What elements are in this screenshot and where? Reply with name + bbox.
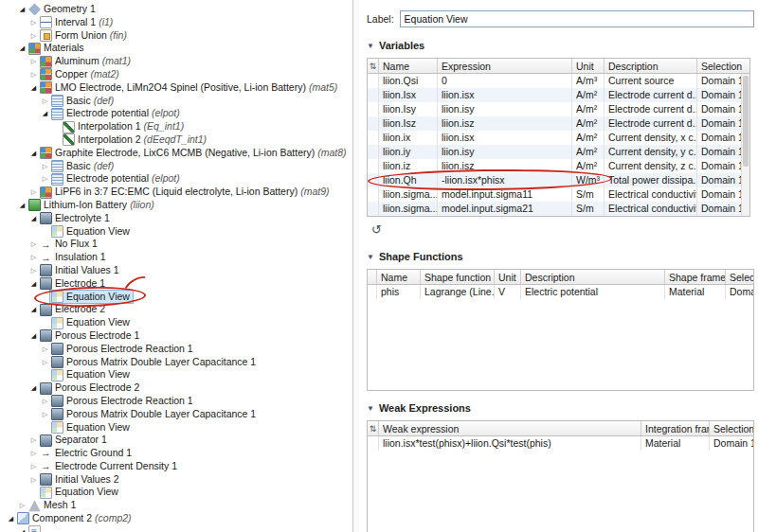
table-row[interactable]: liion.iyliion.isyA/m²Current density, y … — [368, 145, 749, 159]
weak-expressions-section-header[interactable]: ▼ Weak Expressions — [367, 399, 754, 417]
tree-item[interactable]: Interpolation 2(dEeqdT_int1) — [0, 133, 352, 147]
column-header[interactable]: Weak expression — [379, 421, 641, 435]
collapse-arrow-icon[interactable]: ◢ — [28, 381, 39, 395]
tree-item[interactable]: Equation View — [0, 421, 352, 434]
table-row[interactable]: liion.ixliion.isxA/m²Current density, x … — [368, 131, 749, 145]
collapse-triangle-icon[interactable]: ▼ — [367, 404, 374, 413]
table-row[interactable]: liion.Qsi0A/m³Current sourceDomain 1 — [368, 74, 749, 88]
column-header[interactable]: Unit — [572, 59, 605, 73]
tree-item[interactable]: ▷→No Flux 1 — [0, 238, 352, 251]
collapse-arrow-icon[interactable]: ◢ — [17, 199, 27, 212]
tree-item[interactable]: ◢ — [0, 525, 352, 532]
expand-arrow-icon[interactable]: ▷ — [28, 447, 39, 460]
tree-item[interactable]: ◢Graphite Electrode, LixC6 MCMB (Negativ… — [0, 147, 352, 160]
tree-item[interactable]: Interpolation 1(Eq_int1) — [0, 120, 352, 133]
expand-arrow-icon[interactable]: ▷ — [28, 473, 39, 487]
collapse-arrow-icon[interactable]: ◢ — [28, 329, 39, 343]
tree-item[interactable]: ▷→Electric Ground 1 — [0, 447, 352, 460]
tree-item[interactable]: ◢Porous Electrode 1 — [0, 329, 352, 343]
table-row[interactable]: liion.isx*test(phisx)+liion.Qsi*test(phi… — [368, 436, 753, 451]
tree-item[interactable]: ▷LiPF6 in 3:7 EC:EMC (Liquid electrolyte… — [0, 186, 352, 199]
expand-arrow-icon[interactable]: ▷ — [28, 68, 39, 81]
tree-item[interactable]: ◢Geometry 1 — [0, 3, 352, 16]
tree-item[interactable]: ◢Electrode 2 — [0, 303, 352, 316]
column-header[interactable]: Unit — [495, 270, 521, 284]
tree-item[interactable]: ▷Initial Values 1 — [0, 264, 352, 277]
tree-item[interactable]: ◢Electrode 1 — [0, 277, 352, 291]
expand-arrow-icon[interactable]: ▷ — [28, 251, 39, 264]
column-header[interactable]: Description — [521, 270, 665, 284]
tree-item[interactable]: ▷Aluminum(mat1) — [0, 55, 352, 68]
tree-item[interactable]: Equation View — [0, 291, 352, 304]
collapse-arrow-icon[interactable]: ◢ — [40, 107, 50, 120]
tree-item[interactable]: ▷Basic(def) — [0, 160, 352, 173]
tree-item[interactable]: ▷Electrode potential(elpot) — [0, 172, 352, 186]
table-row[interactable]: phisLagrange (Line...VElectric potential… — [368, 285, 753, 299]
tree-item[interactable]: ▷Porous Electrode Reaction 1 — [0, 395, 352, 408]
table-scrollbar[interactable] — [741, 74, 749, 216]
tree-item[interactable]: Equation View — [0, 225, 352, 239]
column-header[interactable]: Integration frame — [641, 421, 710, 435]
expand-arrow-icon[interactable]: ▷ — [28, 16, 39, 29]
collapse-arrow-icon[interactable]: ◢ — [17, 42, 27, 55]
expand-arrow-icon[interactable]: ▷ — [40, 95, 50, 108]
tree-item[interactable]: ▷Mesh 1 — [0, 499, 352, 512]
column-header[interactable]: Selection — [726, 270, 754, 284]
collapse-arrow-icon[interactable]: ◢ — [17, 525, 27, 532]
tree-item[interactable]: ▷Porous Matrix Double Layer Capacitance … — [0, 408, 352, 421]
expand-arrow-icon[interactable]: ▷ — [40, 395, 50, 408]
column-header[interactable]: Name — [379, 59, 438, 73]
expand-arrow-icon[interactable]: ▷ — [40, 343, 50, 356]
tree-item[interactable]: ◢Materials — [0, 42, 352, 55]
column-header[interactable]: Expression — [438, 59, 572, 73]
table-row[interactable]: liion.izliion.iszA/m²Current density, z … — [368, 159, 749, 173]
tree-item[interactable]: ▷Interval 1(i1) — [0, 16, 352, 29]
tree-item[interactable]: ▷Form Union(fin) — [0, 29, 352, 43]
collapse-arrow-icon[interactable]: ◢ — [28, 277, 39, 291]
expand-arrow-icon[interactable]: ▷ — [28, 29, 39, 43]
tree-item[interactable]: ▷Initial Values 2 — [0, 473, 352, 487]
column-header[interactable]: Shape function — [421, 270, 495, 284]
tree-item[interactable]: Equation View — [0, 368, 352, 381]
table-row[interactable]: liion.sigma...model.input.sigma11S/mElec… — [368, 187, 749, 202]
collapse-arrow-icon[interactable]: ◢ — [28, 303, 39, 316]
table-row[interactable]: liion.Iszliion.iszA/m²Electrode current … — [368, 116, 749, 131]
collapse-triangle-icon[interactable]: ▼ — [367, 253, 374, 261]
tree-item[interactable]: ◢Electrode potential(elpot) — [0, 107, 352, 120]
tree-item[interactable]: ▷→Insulation 1 — [0, 251, 352, 264]
expand-arrow-icon[interactable]: ▷ — [17, 499, 27, 512]
tree-item[interactable]: ▷Separator 1 — [0, 434, 352, 447]
expand-arrow-icon[interactable]: ▷ — [28, 186, 39, 199]
table-row[interactable]: liion.Isxliion.isxA/m²Electrode current … — [368, 88, 749, 102]
column-header[interactable]: Selection — [710, 421, 754, 435]
expand-arrow-icon[interactable]: ▷ — [40, 160, 50, 173]
tree-item[interactable]: ▷Copper(mat2) — [0, 68, 352, 81]
column-header[interactable]: Shape frame — [665, 270, 726, 284]
tree-item[interactable]: Equation View — [0, 486, 352, 499]
tree-item[interactable]: ▷Porous Electrode Reaction 1 — [0, 343, 352, 356]
expand-arrow-icon[interactable]: ▷ — [28, 434, 39, 447]
update-icon[interactable]: ↺ — [369, 222, 385, 237]
expand-arrow-icon[interactable]: ▷ — [40, 356, 50, 369]
tree-item[interactable]: ◢Lithium-Ion Battery(liion) — [0, 199, 352, 212]
variables-section-header[interactable]: ▼ Variables — [367, 37, 754, 54]
shape-functions-section-header[interactable]: ▼ Shape Functions — [367, 248, 754, 265]
column-header[interactable]: Description — [605, 59, 697, 73]
tree-item[interactable]: ▷Basic(def) — [0, 95, 352, 108]
tree-item[interactable]: ◢LMO Electrode, LiMn2O4 Spinel (Positive… — [0, 81, 352, 95]
table-row[interactable]: liion.Isyliion.isyA/m²Electrode current … — [368, 102, 749, 116]
tree-item[interactable]: ◢Electrolyte 1 — [0, 212, 352, 225]
column-header[interactable]: Name — [377, 270, 421, 284]
tree-item[interactable]: Equation View — [0, 316, 352, 329]
tree-item[interactable]: ▷→Electrode Current Density 1 — [0, 460, 352, 473]
expand-arrow-icon[interactable]: ▷ — [28, 238, 39, 251]
collapse-arrow-icon[interactable]: ◢ — [28, 147, 39, 160]
collapse-arrow-icon[interactable]: ◢ — [28, 212, 39, 225]
expand-arrow-icon[interactable]: ▷ — [40, 172, 50, 186]
expand-arrow-icon[interactable]: ▷ — [28, 264, 39, 277]
collapse-triangle-icon[interactable]: ▼ — [367, 42, 374, 50]
column-header[interactable]: Selection — [697, 59, 743, 73]
expand-arrow-icon[interactable]: ▷ — [28, 460, 39, 473]
table-row[interactable]: liion.sigma...model.input.sigma21S/mElec… — [368, 202, 749, 216]
expand-arrow-icon[interactable]: ▷ — [40, 408, 50, 421]
